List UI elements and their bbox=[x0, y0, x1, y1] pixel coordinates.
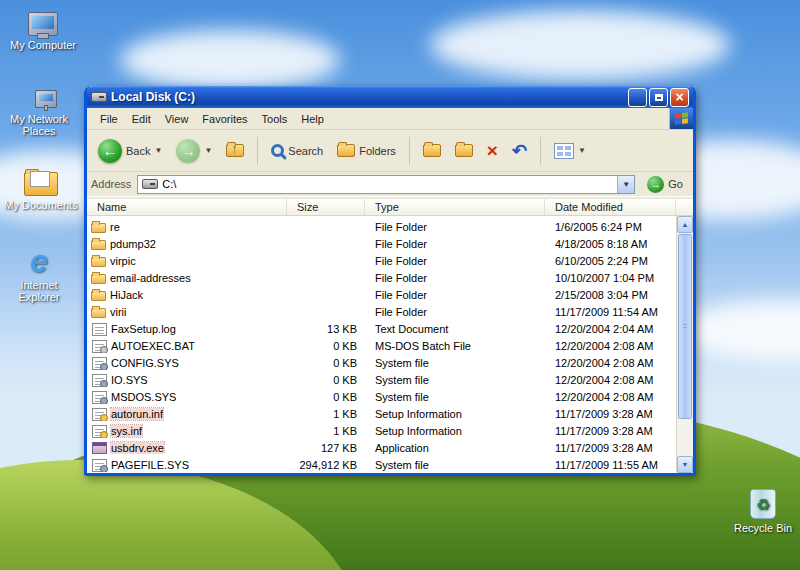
cloud bbox=[680, 300, 800, 360]
menu-tools[interactable]: Tools bbox=[255, 110, 295, 128]
column-header-date-modified[interactable]: Date Modified bbox=[545, 199, 676, 215]
file-name-cell[interactable]: email-addresses bbox=[87, 271, 287, 284]
file-name-cell[interactable]: re bbox=[87, 220, 287, 233]
file-date-cell: 12/20/2004 2:04 AM bbox=[545, 323, 693, 335]
scrollbar-up-icon[interactable]: ▲ bbox=[677, 216, 693, 233]
table-row[interactable]: virii File Folder 11/17/2009 11:54 AM bbox=[87, 303, 693, 320]
file-name-cell[interactable]: virii bbox=[87, 305, 287, 318]
file-type-icon bbox=[92, 340, 107, 353]
toolbar-separator bbox=[257, 137, 258, 165]
file-type-icon bbox=[92, 323, 107, 336]
delete-button[interactable]: × bbox=[482, 138, 503, 164]
desktop-icon-internet-explorer[interactable]: e Internet Explorer bbox=[0, 242, 78, 303]
menu-help[interactable]: Help bbox=[294, 110, 331, 128]
undo-button[interactable]: ↶ bbox=[507, 138, 532, 164]
table-row[interactable]: PAGEFILE.SYS 294,912 KB System file 11/1… bbox=[87, 456, 693, 473]
desktop-icon-recycle-bin[interactable]: ♻ Recycle Bin bbox=[724, 485, 800, 534]
table-row[interactable]: CONFIG.SYS 0 KB System file 12/20/2004 2… bbox=[87, 354, 693, 371]
file-name-cell[interactable]: FaxSetup.log bbox=[87, 322, 287, 336]
file-date-cell: 12/20/2004 2:08 AM bbox=[545, 391, 693, 403]
file-type-cell: File Folder bbox=[365, 306, 545, 318]
move-to-button[interactable] bbox=[418, 140, 446, 161]
file-date-cell: 11/17/2009 3:28 AM bbox=[545, 425, 693, 437]
desktop-icon-label: Recycle Bin bbox=[724, 522, 800, 534]
desktop-icon-my-network-places[interactable]: My Network Places bbox=[0, 76, 78, 137]
close-button[interactable]: × bbox=[670, 88, 689, 107]
back-button[interactable]: ← Back ▼ bbox=[93, 135, 167, 167]
windows-logo-icon bbox=[669, 108, 693, 129]
desktop-icon-my-computer[interactable]: My Computer bbox=[4, 2, 82, 51]
table-row[interactable]: usbdrv.exe 127 KB Application 11/17/2009… bbox=[87, 439, 693, 456]
minimize-button[interactable]: _ bbox=[628, 88, 647, 107]
address-bar: Address C:\ ▼ → Go bbox=[87, 172, 693, 197]
address-dropdown-icon[interactable]: ▼ bbox=[617, 176, 634, 193]
vertical-scrollbar[interactable]: ▲ ▼ bbox=[676, 216, 693, 473]
table-row[interactable]: re File Folder 1/6/2005 6:24 PM bbox=[87, 218, 693, 235]
file-name-cell[interactable]: MSDOS.SYS bbox=[87, 390, 287, 404]
menu-file[interactable]: File bbox=[93, 110, 125, 128]
file-date-cell: 12/20/2004 2:08 AM bbox=[545, 357, 693, 369]
file-name-cell[interactable]: IO.SYS bbox=[87, 373, 287, 387]
table-row[interactable]: sys.inf 1 KB Setup Information 11/17/200… bbox=[87, 422, 693, 439]
menu-favorites[interactable]: Favorites bbox=[195, 110, 254, 128]
file-name: AUTOEXEC.BAT bbox=[111, 340, 195, 352]
file-list: Name Size Type Date Modified re File Fol… bbox=[87, 199, 693, 473]
file-name: email-addresses bbox=[110, 272, 191, 284]
file-name-cell[interactable]: pdump32 bbox=[87, 237, 287, 250]
forward-dropdown-icon: ▼ bbox=[204, 146, 212, 155]
go-button[interactable]: → Go bbox=[641, 174, 689, 195]
column-header-type[interactable]: Type bbox=[365, 199, 545, 215]
desktop-icon-my-documents[interactable]: My Documents bbox=[2, 162, 80, 211]
desktop-icon-label: My Network Places bbox=[0, 113, 78, 137]
up-button[interactable]: ↑ bbox=[221, 140, 249, 161]
column-headers: Name Size Type Date Modified bbox=[87, 199, 693, 216]
table-row[interactable]: FaxSetup.log 13 KB Text Document 12/20/2… bbox=[87, 320, 693, 337]
forward-button[interactable]: → ▼ bbox=[171, 135, 217, 167]
file-name-cell[interactable]: sys.inf bbox=[87, 424, 287, 438]
file-date-cell: 11/17/2009 3:28 AM bbox=[545, 408, 693, 420]
file-type-icon bbox=[91, 257, 106, 267]
back-dropdown-icon[interactable]: ▼ bbox=[154, 146, 162, 155]
maximize-button[interactable] bbox=[649, 88, 668, 107]
column-header-size[interactable]: Size bbox=[287, 199, 365, 215]
table-row[interactable]: virpic File Folder 6/10/2005 2:24 PM bbox=[87, 252, 693, 269]
search-icon bbox=[271, 144, 284, 157]
search-button[interactable]: Search bbox=[266, 140, 328, 161]
scrollbar-down-icon[interactable]: ▼ bbox=[677, 456, 693, 473]
back-arrow-icon: ← bbox=[98, 139, 122, 163]
file-size-cell: 13 KB bbox=[287, 323, 365, 335]
table-row[interactable]: HiJack File Folder 2/15/2008 3:04 PM bbox=[87, 286, 693, 303]
file-name-cell[interactable]: virpic bbox=[87, 254, 287, 267]
file-date-cell: 6/10/2005 2:24 PM bbox=[545, 255, 693, 267]
file-name: HiJack bbox=[110, 289, 143, 301]
table-row[interactable]: MSDOS.SYS 0 KB System file 12/20/2004 2:… bbox=[87, 388, 693, 405]
file-name-cell[interactable]: autorun.inf bbox=[87, 407, 287, 421]
scrollbar-thumb[interactable] bbox=[678, 234, 692, 419]
table-row[interactable]: AUTOEXEC.BAT 0 KB MS-DOS Batch File 12/2… bbox=[87, 337, 693, 354]
folders-button[interactable]: Folders bbox=[332, 140, 401, 161]
explorer-window: Local Disk (C:) _ × File Edit View Favor… bbox=[84, 86, 696, 476]
file-name-cell[interactable]: CONFIG.SYS bbox=[87, 356, 287, 370]
file-name-cell[interactable]: HiJack bbox=[87, 288, 287, 301]
menu-view[interactable]: View bbox=[158, 110, 196, 128]
file-type-icon bbox=[91, 240, 106, 250]
file-name: MSDOS.SYS bbox=[111, 391, 176, 403]
column-header-name[interactable]: Name bbox=[87, 199, 287, 215]
file-date-cell: 11/17/2009 3:28 AM bbox=[545, 442, 693, 454]
title-bar[interactable]: Local Disk (C:) _ × bbox=[87, 86, 693, 108]
menu-bar: File Edit View Favorites Tools Help bbox=[87, 108, 693, 130]
table-row[interactable]: autorun.inf 1 KB Setup Information 11/17… bbox=[87, 405, 693, 422]
file-name-cell[interactable]: usbdrv.exe bbox=[87, 441, 287, 454]
copy-to-button[interactable] bbox=[450, 140, 478, 161]
address-input[interactable]: C:\ ▼ bbox=[137, 175, 635, 194]
table-row[interactable]: IO.SYS 0 KB System file 12/20/2004 2:08 … bbox=[87, 371, 693, 388]
file-name-cell[interactable]: PAGEFILE.SYS bbox=[87, 458, 287, 472]
file-type-cell: File Folder bbox=[365, 221, 545, 233]
table-row[interactable]: pdump32 File Folder 4/18/2005 8:18 AM bbox=[87, 235, 693, 252]
file-name: FaxSetup.log bbox=[111, 323, 176, 335]
table-row[interactable]: email-addresses File Folder 10/10/2007 1… bbox=[87, 269, 693, 286]
views-dropdown-icon[interactable]: ▼ bbox=[578, 146, 586, 155]
views-button[interactable]: ▼ bbox=[549, 139, 591, 163]
menu-edit[interactable]: Edit bbox=[125, 110, 158, 128]
file-name-cell[interactable]: AUTOEXEC.BAT bbox=[87, 339, 287, 353]
